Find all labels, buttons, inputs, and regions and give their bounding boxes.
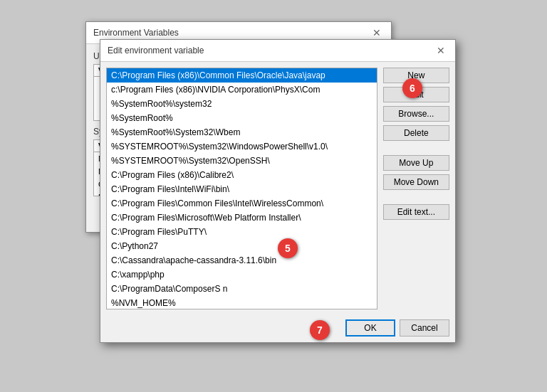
list-item[interactable]: %NVM_HOME% xyxy=(107,296,377,309)
path-list-container[interactable]: C:\Program Files (x86)\Common Files\Orac… xyxy=(106,68,377,309)
list-item[interactable]: C:\Program Files\Intel\WiFi\bin\ xyxy=(107,182,377,196)
side-buttons: New Edit Browse... Delete Move Up Move D… xyxy=(383,68,449,309)
edit-close-btn[interactable]: ✕ xyxy=(434,46,448,55)
list-item[interactable]: %SYSTEMROOT%\System32\OpenSSH\ xyxy=(107,154,377,168)
list-item[interactable]: C:\Program Files (x86)\Calibre2\ xyxy=(107,168,377,182)
edit-text-button[interactable]: Edit text... xyxy=(383,204,449,220)
env-vars-title: Environment Variables xyxy=(93,28,179,38)
list-item[interactable]: C:\Cassandra\apache-cassandra-3.11.6\bin xyxy=(107,253,377,267)
path-list: C:\Program Files (x86)\Common Files\Orac… xyxy=(107,68,377,309)
list-item[interactable]: %SystemRoot%\System32\Wbem xyxy=(107,125,377,139)
list-item[interactable]: C:\ProgramData\ComposerS n xyxy=(107,282,377,296)
delete-button[interactable]: Delete xyxy=(383,125,449,141)
edit-titlebar: Edit environment variable ✕ xyxy=(100,40,455,62)
browse-button[interactable]: Browse... xyxy=(383,106,449,122)
edit-cancel-btn[interactable]: Cancel xyxy=(400,319,449,337)
list-item[interactable]: C:\Program Files (x86)\Common Files\Orac… xyxy=(107,68,377,83)
list-item[interactable]: C:\Program Files\Microsoft\Web Platform … xyxy=(107,211,377,225)
list-item[interactable]: c:\Program Files (x86)\NVIDIA Corporatio… xyxy=(107,83,377,97)
list-item[interactable]: C:\Program Files\PuTTY\ xyxy=(107,225,377,239)
move-up-button[interactable]: Move Up xyxy=(383,155,449,171)
list-item[interactable]: C:\Python27 xyxy=(107,239,377,253)
edit-dialog-bottom: OK Cancel xyxy=(100,315,455,342)
annotation-6: 6 xyxy=(402,78,422,98)
annotation-5: 5 xyxy=(278,238,298,258)
edit-ok-btn[interactable]: OK xyxy=(345,319,395,337)
list-item[interactable]: C:\Program Files\Common Files\Intel\Wire… xyxy=(107,196,377,211)
list-item[interactable]: %SYSTEMROOT%\System32\WindowsPowerShell\… xyxy=(107,139,377,154)
edit-dialog-title: Edit environment variable xyxy=(108,46,204,55)
list-item[interactable]: %SystemRoot% xyxy=(107,111,377,125)
env-vars-close-btn[interactable]: ✕ xyxy=(370,28,384,38)
edit-body: C:\Program Files (x86)\Common Files\Orac… xyxy=(100,62,455,315)
list-item[interactable]: C:\xampp\php xyxy=(107,267,377,282)
annotation-7: 7 xyxy=(310,320,330,340)
list-item[interactable]: %SystemRoot%\system32 xyxy=(107,97,377,111)
move-down-button[interactable]: Move Down xyxy=(383,174,449,190)
